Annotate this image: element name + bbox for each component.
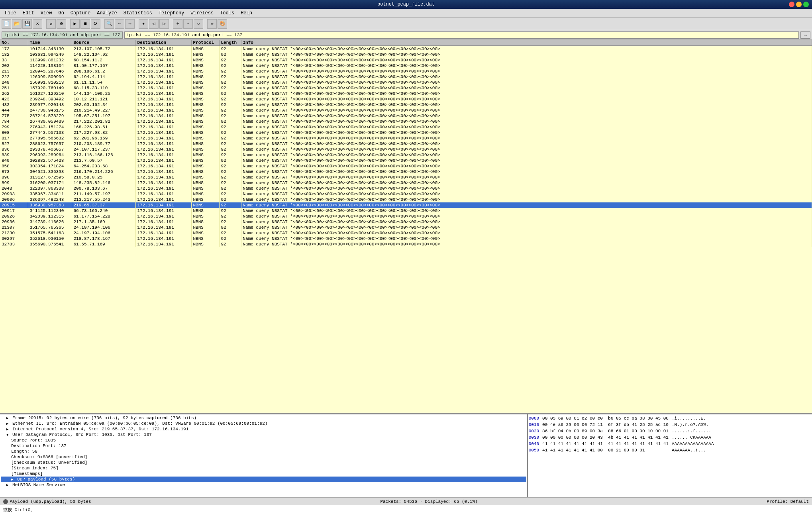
cell-dst: 172.16.134.191	[135, 175, 191, 180]
filter-label: ip.dst == 172.16.134.191 and udp.port ==…	[2, 31, 123, 39]
restart-btn[interactable]: ⟳	[91, 19, 100, 29]
table-row[interactable]: 21330351575.54116324.197.194.106172.16.1…	[0, 230, 812, 236]
resize-cols-btn[interactable]: ⇔	[207, 19, 217, 29]
ip-summary[interactable]: ▶ Internet Protocol Version 4, Src: 219.…	[1, 426, 526, 432]
menu-analyze[interactable]: Analyze	[94, 10, 120, 17]
table-row[interactable]: 20917341125.11234066.73.160.240172.16.13…	[0, 208, 812, 214]
filter-apply-btn[interactable]: →	[800, 31, 810, 39]
zoom-reset-btn[interactable]: ○	[194, 19, 203, 29]
ethernet-summary[interactable]: ▶ Ethernet II, Src: EntradaN_05:ce:0a (0…	[1, 421, 526, 426]
table-row[interactable]: 21307351765.76536524.197.194.106172.16.1…	[0, 225, 812, 230]
new-capture-btn[interactable]: 📄	[2, 19, 11, 29]
cell-proto: NBNS	[191, 130, 219, 135]
col-header-protocol[interactable]: Protocol	[191, 40, 219, 46]
menu-go[interactable]: Go	[55, 10, 67, 17]
table-row[interactable]: 173101744.346130213.107.105.72172.16.134…	[0, 46, 812, 52]
detail-pane[interactable]: ▶ Frame 20915: 92 bytes on wire (736 bit…	[0, 414, 528, 497]
table-row[interactable]: 20903335967.334811211.149.57.197172.16.1…	[0, 191, 812, 197]
cell-dst: 172.16.134.191	[135, 130, 191, 135]
table-row[interactable]: 213120945.287646208.186.61.2172.16.134.1…	[0, 69, 812, 74]
next-mark-btn[interactable]: ▷	[159, 19, 169, 29]
close-file-btn[interactable]: ✕	[33, 19, 42, 29]
table-row[interactable]: 890313127.672595210.58.0.25172.16.134.19…	[0, 175, 812, 180]
cell-proto: NBNS	[191, 225, 219, 230]
table-row[interactable]: 839296093.289964213.116.166.126172.16.13…	[0, 152, 812, 158]
col-header-destination[interactable]: Destination	[135, 40, 191, 46]
table-row[interactable]: 202114228.19810481.50.177.167172.16.134.…	[0, 63, 812, 69]
table-row[interactable]: 873304521.336398216.170.214.226172.16.13…	[0, 169, 812, 175]
table-row[interactable]: 423239248.39849210.12.211.121172.16.134.…	[0, 96, 812, 102]
table-row[interactable]: 30297352618.930150218.87.178.167172.16.1…	[0, 236, 812, 241]
cell-proto: NBNS	[191, 135, 219, 141]
cell-proto: NBNS	[191, 96, 219, 102]
open-btn[interactable]: 📂	[12, 19, 22, 29]
start-btn[interactable]: ▶	[70, 19, 80, 29]
save-btn[interactable]: 💾	[22, 19, 32, 29]
menu-capture[interactable]: Capture	[67, 10, 94, 17]
menu-wireless[interactable]: Wireless	[188, 10, 217, 17]
table-row[interactable]: 182103631.994249148.22.104.92172.16.134.…	[0, 52, 812, 57]
menu-telephony[interactable]: Telephony	[155, 10, 188, 17]
table-row[interactable]: 784267430.059439217.222.201.82172.16.134…	[0, 119, 812, 124]
prev-mark-btn[interactable]: ◁	[149, 19, 159, 29]
table-row[interactable]: 899316200.037174148.235.82.146172.16.134…	[0, 180, 812, 186]
back-btn[interactable]: ←	[115, 19, 124, 29]
zoom-in-btn[interactable]: +	[173, 19, 182, 29]
table-row[interactable]: 775267244.578279195.67.251.197172.16.134…	[0, 113, 812, 119]
table-row[interactable]: 32783355690.37654161.55.71.169172.16.134…	[0, 241, 812, 247]
table-row[interactable]: 262161027.129210144.134.109.25172.16.134…	[0, 91, 812, 96]
reload-btn[interactable]: ↺	[46, 19, 56, 29]
col-header-source[interactable]: Source	[72, 40, 135, 46]
table-row[interactable]: 799276943.151274168.226.98.61172.16.134.…	[0, 124, 812, 130]
table-row[interactable]: 20926342039.13231561.177.154.228172.16.1…	[0, 214, 812, 219]
mark-btn[interactable]: ✦	[139, 19, 148, 29]
table-row[interactable]: 836293378.40605724.107.117.237172.16.134…	[0, 147, 812, 152]
table-row[interactable]: 817277895.56663262.201.96.159172.16.134.…	[0, 135, 812, 141]
cell-src: 208.186.61.2	[72, 69, 135, 74]
table-row[interactable]: 858303054.17182464.254.203.68172.16.134.…	[0, 163, 812, 169]
stop-btn[interactable]: ■	[80, 19, 90, 29]
udp-payload-item[interactable]: ▶ UDP payload (50 bytes)	[1, 477, 526, 482]
netbios-summary[interactable]: ▶ NetBIOS Name Service	[1, 482, 526, 488]
menu-help[interactable]: Help	[237, 10, 255, 17]
table-row[interactable]: 249156991.81021361.11.11.54172.16.134.19…	[0, 80, 812, 85]
table-row[interactable]: 20906336397.482248213.217.55.243172.16.1…	[0, 197, 812, 202]
menu-file[interactable]: File	[2, 10, 20, 17]
menu-edit[interactable]: Edit	[20, 10, 37, 17]
zoom-out-btn[interactable]: -	[183, 19, 193, 29]
forward-btn[interactable]: →	[125, 19, 135, 29]
filter-input[interactable]	[124, 31, 799, 39]
col-header-length[interactable]: Length	[219, 40, 241, 46]
hex-pane[interactable]: 0000 0010 0020 0030 0040 0050 00 05 69 0…	[528, 414, 812, 497]
menu-tools[interactable]: Tools	[217, 10, 237, 17]
menu-view[interactable]: View	[37, 10, 55, 17]
table-row[interactable]: 222126099.50090962.194.4.114172.16.134.1…	[0, 74, 812, 80]
minimize-button[interactable]	[796, 2, 802, 7]
table-row[interactable]: 827288623.757657210.203.189.77172.16.134…	[0, 141, 812, 147]
colorize-btn[interactable]: 🎨	[218, 19, 227, 29]
find-btn[interactable]: 🔍	[104, 19, 114, 29]
table-row[interactable]: 432239977.920148202.63.162.34172.16.134.…	[0, 102, 812, 108]
packet-list[interactable]: No. Time Source Destination Protocol Len…	[0, 40, 812, 414]
col-header-time[interactable]: Time	[28, 40, 72, 46]
cell-len: 92	[219, 241, 241, 247]
table-row[interactable]: 2043322397.868338200.78.103.67172.16.134…	[0, 186, 812, 191]
cell-time: 161027.129210	[28, 91, 72, 96]
table-row[interactable]: 251157920.76014968.115.33.110172.16.134.…	[0, 85, 812, 91]
table-row[interactable]: 33113999.88123268.154.11.2172.16.134.191…	[0, 57, 812, 63]
close-button[interactable]	[789, 2, 794, 7]
table-row[interactable]: 849302882.575428213.7.60.57172.16.134.19…	[0, 158, 812, 163]
col-header-no[interactable]: No.	[0, 40, 28, 46]
cell-src: 61.55.71.169	[72, 241, 135, 247]
udp-summary[interactable]: ▼ User Datagram Protocol, Src Port: 1035…	[1, 432, 526, 437]
maximize-button[interactable]	[803, 2, 809, 7]
capture-opts-btn[interactable]: ⚙	[57, 19, 66, 29]
frame-summary[interactable]: ▶ Frame 20915: 92 bytes on wire (736 bit…	[1, 415, 526, 421]
menu-statistics[interactable]: Statistics	[120, 10, 155, 17]
table-row[interactable]: 20936344739.416626217.1.35.169172.16.134…	[0, 219, 812, 225]
table-row[interactable]: 20915336930.957363219.65.37.37172.16.134…	[0, 202, 812, 208]
cell-info: Name query NBSTAT *<00><00><00><00><00><…	[241, 52, 812, 57]
col-header-info[interactable]: Info	[241, 40, 812, 46]
table-row[interactable]: 444247730.946175210.214.49.227172.16.134…	[0, 108, 812, 113]
table-row[interactable]: 808277443.557133217.227.98.82172.16.134.…	[0, 130, 812, 135]
